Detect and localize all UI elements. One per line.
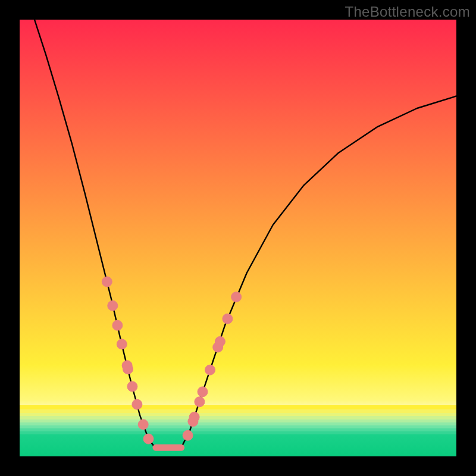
right-branch-dots	[183, 292, 242, 441]
data-point	[183, 430, 193, 440]
data-point	[108, 300, 118, 311]
data-point	[112, 320, 123, 330]
watermark-text: TheBottleneck.com	[345, 4, 470, 20]
data-point	[127, 381, 137, 392]
data-point	[231, 292, 242, 302]
data-point	[223, 314, 233, 324]
left-branch-dots	[102, 277, 154, 444]
data-point	[117, 339, 127, 349]
plot-area	[20, 20, 456, 456]
data-point	[143, 434, 154, 444]
data-point	[215, 337, 225, 347]
data-point	[123, 364, 133, 374]
data-point	[195, 397, 205, 407]
data-point	[189, 412, 199, 422]
chart-overlay	[20, 20, 456, 456]
data-point	[132, 399, 142, 409]
data-point	[198, 387, 208, 397]
v-curve	[35, 20, 456, 447]
data-point	[102, 277, 112, 287]
data-point	[138, 419, 148, 430]
data-point	[205, 365, 215, 375]
chart-frame: TheBottleneck.com	[0, 0, 476, 476]
